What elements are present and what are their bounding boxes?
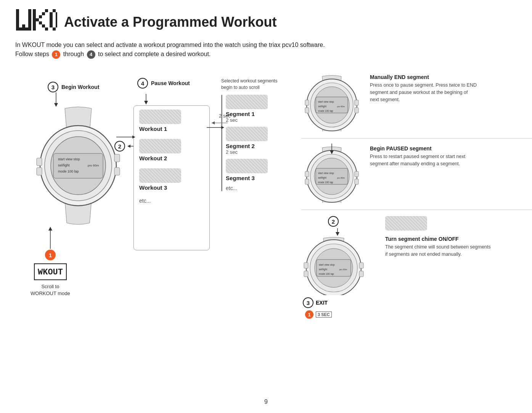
segment-item-2: Segment 2 2 sec [226, 127, 289, 155]
row-begin-paused: start view stop sel/light pro 60m mode 1… [301, 145, 532, 210]
svg-rect-32 [50, 12, 53, 15]
segment-label-2: Segment 2 [226, 143, 289, 149]
svg-rect-31 [45, 27, 48, 31]
svg-rect-12 [28, 27, 31, 31]
svg-marker-64 [144, 101, 148, 105]
svg-rect-28 [42, 12, 45, 15]
svg-rect-1 [16, 12, 19, 15]
intro-through: through [63, 51, 84, 57]
svg-text:sel/light: sel/light [318, 105, 326, 108]
three-sec-row: 1 3 SEC [305, 310, 378, 319]
exit-watch-container: 2 [301, 216, 378, 319]
svg-rect-91 [305, 171, 309, 177]
header: Activate a Programmed Workout [15, 8, 517, 37]
svg-rect-33 [50, 15, 53, 18]
workout-label-3: Workout 3 [139, 184, 204, 191]
workout-thumb-1 [139, 110, 181, 124]
svg-rect-5 [16, 24, 19, 27]
svg-rect-18 [33, 9, 36, 12]
main-watch-svg: start view stop sel/light pro 60m mode 1… [31, 105, 126, 227]
intro-text: In WKOUT mode you can select and activat… [15, 40, 358, 59]
segment-thumb-3 [226, 159, 268, 173]
chime-thumb [385, 216, 427, 231]
svg-rect-54 [114, 154, 120, 162]
svg-rect-42 [56, 24, 57, 27]
intro-step4-badge: 4 [87, 50, 95, 59]
segment-item-3: Segment 3 [226, 159, 289, 181]
workout-item-3: Workout 3 [139, 168, 204, 191]
svg-marker-80 [330, 150, 334, 154]
page: Activate a Programmed Workout In WKOUT m… [0, 0, 532, 413]
pause-workout-label: Pause Workout [151, 80, 190, 86]
chime-desc: The segment chime will sound between seg… [385, 244, 492, 258]
svg-rect-3 [16, 18, 19, 21]
workout-list: Workout 1 Workout 2 Workout 3 etc... [133, 105, 210, 250]
svg-rect-75 [355, 100, 358, 105]
svg-rect-38 [56, 12, 57, 15]
svg-rect-26 [39, 15, 42, 18]
svg-rect-14 [28, 18, 31, 21]
chime-info: Turn segment chime ON/OFF The segment ch… [385, 236, 492, 258]
step2-badge: 2 [114, 141, 125, 152]
svg-rect-17 [28, 9, 31, 12]
main-diagram: 3 Begin Workout [15, 70, 517, 368]
svg-rect-106 [304, 271, 308, 277]
intro-line2: Follow steps [15, 51, 49, 57]
svg-rect-34 [50, 18, 53, 21]
segment-label-3: Segment 3 [226, 175, 289, 181]
svg-text:mode  100 lap: mode 100 lap [318, 110, 333, 113]
exit-watch-svg: start view stop sel/light pro 60m mode 1… [301, 236, 366, 295]
svg-rect-24 [33, 27, 36, 31]
step4-badge: 4 [137, 78, 148, 89]
right-watches-container: start view stop sel/light pro 60m mode 1… [301, 74, 532, 319]
scroll-to-label: Scroll to WORKOUT mode [31, 283, 70, 297]
intro-line3: to select and complete a desired workout… [98, 51, 211, 57]
svg-rect-21 [33, 18, 36, 21]
workout-item-2: Workout 2 [139, 139, 204, 161]
svg-rect-16 [28, 12, 31, 15]
segment-etc: etc... [226, 185, 289, 191]
svg-rect-92 [305, 179, 309, 184]
svg-text:start  view  stop: start view stop [319, 263, 335, 266]
segment-thumb-1 [226, 95, 268, 109]
svg-text:sel/light: sel/light [318, 176, 326, 179]
svg-rect-30 [45, 9, 48, 12]
svg-rect-13 [28, 21, 31, 24]
svg-rect-19 [33, 12, 36, 15]
svg-text:start  view  stop: start view stop [318, 172, 334, 175]
segment-label-1: Segment 1 [226, 111, 289, 117]
selected-note: Selected workout segments begin to auto … [221, 78, 278, 91]
row-manually-end: start view stop sel/light pro 60m mode 1… [301, 74, 532, 139]
workout-panel-container: 2 sec Workout 1 Workout 2 [133, 105, 210, 250]
svg-rect-78 [305, 108, 309, 113]
exit-step3-row: 3 EXIT [303, 297, 378, 308]
svg-rect-11 [28, 24, 31, 27]
segment-with-bar: Segment 1 2 sec Segment 2 2 sec Segment … [221, 95, 294, 191]
intro-step1-badge: 1 [52, 50, 60, 59]
svg-text:sel/light: sel/light [319, 268, 327, 271]
intro-line1: In WKOUT mode you can select and activat… [15, 42, 325, 48]
step3-badge: 3 [48, 82, 58, 92]
svg-rect-37 [53, 9, 56, 12]
svg-rect-25 [36, 18, 39, 21]
svg-rect-4 [16, 21, 19, 24]
segment-sec-1: 2 sec [226, 117, 289, 123]
step4-annotation: 4 Pause Workout [137, 78, 210, 89]
begin-paused-title: Begin PAUSED segment [370, 145, 477, 152]
begin-workout-label: Begin Workout [61, 84, 99, 90]
svg-text:mode  100 lap: mode 100 lap [318, 181, 333, 184]
svg-rect-43 [53, 27, 56, 31]
svg-marker-59 [127, 145, 130, 148]
svg-text:start    view    stop: start view stop [58, 157, 80, 161]
svg-rect-0 [16, 9, 19, 12]
svg-text:sel/light: sel/light [58, 163, 70, 167]
chime-title: Turn segment chime ON/OFF [385, 236, 492, 242]
svg-text:pro 60m: pro 60m [88, 164, 99, 167]
segment-sec-2: 2 sec [226, 149, 289, 155]
chime-info-container: Turn segment chime ON/OFF The segment ch… [385, 216, 492, 258]
svg-rect-40 [56, 18, 57, 21]
watch-end-svg: start view stop sel/light pro 60m mode 1… [301, 74, 362, 131]
three-sec-step1-badge: 1 [305, 310, 313, 319]
svg-rect-104 [359, 271, 363, 277]
begin-paused-desc: Press to restart paused segment or start… [370, 153, 477, 168]
